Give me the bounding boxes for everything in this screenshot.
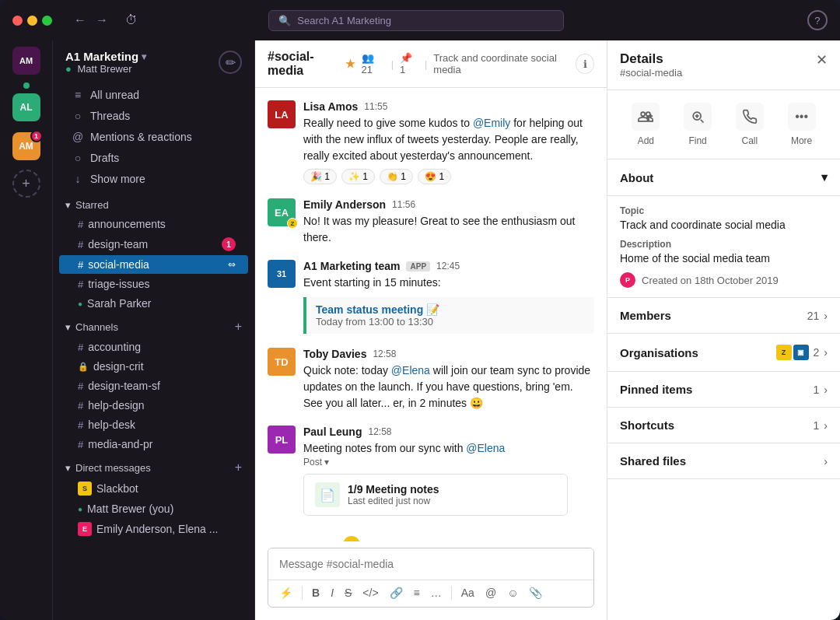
- minimize-button[interactable]: [27, 16, 37, 26]
- avatar: LA: [268, 100, 296, 128]
- add-action-button[interactable]: Add: [632, 103, 660, 146]
- bookmark-icon: ⇔: [228, 259, 236, 270]
- sidebar-item-all-unread[interactable]: ≡ All unread: [59, 85, 248, 105]
- mention[interactable]: @Elena: [391, 364, 430, 377]
- dm-item-matt-brewer[interactable]: ● Matt Brewer (you): [59, 499, 248, 518]
- hash-icon: #: [78, 278, 83, 290]
- about-toggle[interactable]: About ▾: [607, 159, 840, 196]
- bold-button[interactable]: B: [307, 583, 324, 602]
- sidebar-item-threads[interactable]: ○ Threads: [59, 106, 248, 126]
- sidebar-item-drafts[interactable]: ○ Drafts: [59, 148, 248, 168]
- sidebar-item-mentions[interactable]: @ Mentions & reactions: [59, 127, 248, 147]
- dm-label: Slackbot: [96, 482, 138, 495]
- workspace-avatar-2[interactable]: AL: [12, 93, 40, 121]
- reaction-button[interactable]: 🎉 1: [303, 169, 337, 184]
- channel-item-help-desk[interactable]: # help-desk: [59, 415, 248, 434]
- channel-item-sarah-parker[interactable]: ● Sarah Parker: [59, 294, 248, 313]
- input-toolbar: ⚡ B I S </> 🔗 ≡ … Aa @ ☺ 📎: [268, 580, 593, 607]
- emoji-button[interactable]: ☺: [502, 583, 523, 602]
- message-attachment: Team status meeting 📝 Today from 13:00 t…: [303, 297, 594, 334]
- forward-button[interactable]: →: [93, 12, 111, 29]
- text-style-button[interactable]: Aa: [457, 583, 479, 602]
- attachment-title[interactable]: Team status meeting 📝: [316, 303, 585, 316]
- close-button[interactable]: [12, 16, 23, 26]
- channel-item-help-design[interactable]: # help-design: [59, 396, 248, 415]
- attachment-button[interactable]: 📎: [524, 583, 547, 602]
- channels-section-header[interactable]: ▾ Channels +: [53, 314, 254, 337]
- threads-label: Threads: [90, 110, 130, 122]
- dm-section-header[interactable]: ▾ Direct messages +: [53, 454, 254, 478]
- star-icon[interactable]: ★: [345, 58, 355, 70]
- main-content: AM AL AM 1 + A1 Marketing ▾: [0, 40, 840, 620]
- reaction-button[interactable]: 😍 1: [418, 169, 451, 184]
- workspace-avatar-1[interactable]: AM: [12, 47, 40, 75]
- org-badge-yellow: Z: [776, 345, 792, 360]
- history-button[interactable]: ⏱: [121, 12, 142, 29]
- starred-channels-list: # announcements # design-team 1 # social…: [53, 215, 254, 313]
- more-action-button[interactable]: ••• More: [788, 103, 816, 146]
- org-badges: Z ▣: [776, 345, 809, 360]
- more-formatting-button[interactable]: …: [426, 583, 446, 602]
- sidebar-header: A1 Marketing ▾ ● Matt Brewer ✏: [53, 40, 254, 81]
- channel-item-social-media[interactable]: # social-media ⇔: [59, 255, 248, 274]
- message-input[interactable]: [268, 548, 593, 580]
- message-input-area: ⚡ B I S </> 🔗 ≡ … Aa @ ☺ 📎: [255, 541, 607, 620]
- sidebar-item-show-more[interactable]: ↓ Show more: [59, 169, 248, 189]
- compose-button[interactable]: ✏: [219, 51, 242, 74]
- help-button[interactable]: ?: [807, 10, 828, 30]
- mention-button[interactable]: @: [481, 583, 501, 602]
- dm-chevron-icon: ▾: [65, 462, 71, 474]
- list-button[interactable]: ≡: [409, 583, 425, 602]
- close-panel-button[interactable]: ✕: [816, 51, 828, 68]
- call-action-button[interactable]: Call: [736, 103, 764, 146]
- reaction-button[interactable]: ✨ 1: [341, 169, 375, 184]
- hash-icon: #: [78, 219, 83, 230]
- hash-icon: #: [78, 342, 83, 353]
- starred-section-header[interactable]: ▾ Starred: [53, 193, 254, 214]
- channel-item-triage-issues[interactable]: # triage-issues: [59, 275, 248, 293]
- workspace-name[interactable]: A1 Marketing ▾: [65, 50, 146, 63]
- chevron-right-icon: ›: [824, 346, 828, 359]
- code-button[interactable]: </>: [358, 583, 383, 602]
- message-group: EA Z Emily Anderson 11:56 No! It was my …: [268, 198, 594, 246]
- add-workspace-button[interactable]: +: [12, 170, 40, 198]
- file-name: 1/9 Meeting notes: [348, 483, 439, 496]
- channel-item-design-crit[interactable]: 🔒 design-crit: [59, 357, 248, 376]
- file-attachment[interactable]: 📄 1/9 Meeting notes Last edited just now: [303, 474, 568, 516]
- user-status-row: ● Matt Brewer: [65, 63, 146, 75]
- channel-label: accounting: [88, 341, 141, 353]
- post-label[interactable]: Post ▾: [303, 457, 594, 468]
- description-value: Home of the social media team: [620, 252, 828, 264]
- find-action-button[interactable]: Find: [684, 103, 712, 146]
- workspace-avatar-3[interactable]: AM 1: [12, 132, 40, 160]
- reaction-button[interactable]: 👏 1: [380, 169, 413, 184]
- message-author: Paul Leung: [303, 426, 362, 438]
- add-dm-button[interactable]: +: [235, 461, 242, 475]
- organisations-row[interactable]: Organisations Z ▣ 2 ›: [607, 334, 840, 372]
- channel-item-media-and-pr[interactable]: # media-and-pr: [59, 435, 248, 454]
- maximize-button[interactable]: [42, 16, 52, 26]
- link-button[interactable]: 🔗: [385, 583, 408, 602]
- channel-item-accounting[interactable]: # accounting: [59, 338, 248, 356]
- dm-item-emily-anderson[interactable]: E Emily Anderson, Elena ...: [59, 519, 248, 539]
- italic-button[interactable]: I: [326, 583, 338, 602]
- user-name: Matt Brewer: [77, 63, 131, 75]
- members-row[interactable]: Members 21 ›: [607, 298, 840, 334]
- messages-area[interactable]: LA Lisa Amos 11:55 Really need to give s…: [255, 88, 607, 541]
- search-bar[interactable]: 🔍 Search A1 Marketing: [268, 10, 564, 31]
- back-button[interactable]: ←: [71, 12, 89, 29]
- dm-item-slackbot[interactable]: S Slackbot: [59, 478, 248, 499]
- channel-item-design-team[interactable]: # design-team 1: [59, 234, 248, 254]
- strikethrough-button[interactable]: S: [340, 583, 356, 602]
- pinned-items-row[interactable]: Pinned items 1 ›: [607, 372, 840, 408]
- svg-line-3: [701, 120, 704, 123]
- shared-files-row[interactable]: Shared files ›: [607, 443, 840, 479]
- add-channel-button[interactable]: +: [235, 320, 242, 334]
- channel-item-design-team-sf[interactable]: # design-team-sf: [59, 377, 248, 395]
- mention[interactable]: @Elena: [466, 442, 505, 454]
- channel-item-announcements[interactable]: # announcements: [59, 215, 248, 233]
- shortcuts-row[interactable]: Shortcuts 1 ›: [607, 408, 840, 443]
- mention[interactable]: @Emily: [473, 117, 510, 129]
- lightning-button[interactable]: ⚡: [275, 583, 297, 602]
- info-button[interactable]: ℹ: [576, 54, 594, 74]
